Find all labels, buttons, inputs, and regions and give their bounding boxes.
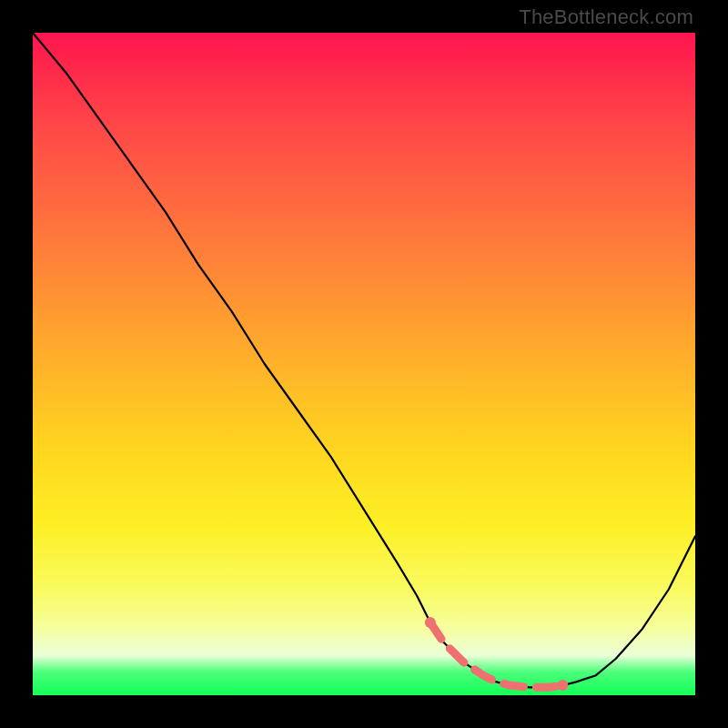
watermark-text: TheBottleneck.com xyxy=(519,5,693,29)
chart-svg xyxy=(33,33,695,695)
optimal-zone-highlight xyxy=(430,622,563,687)
bottleneck-curve xyxy=(33,33,695,687)
optimal-zone-end-dot xyxy=(557,680,568,691)
chart-frame: TheBottleneck.com xyxy=(0,0,728,728)
optimal-zone-start-dot xyxy=(425,617,436,628)
plot-area xyxy=(33,33,695,695)
